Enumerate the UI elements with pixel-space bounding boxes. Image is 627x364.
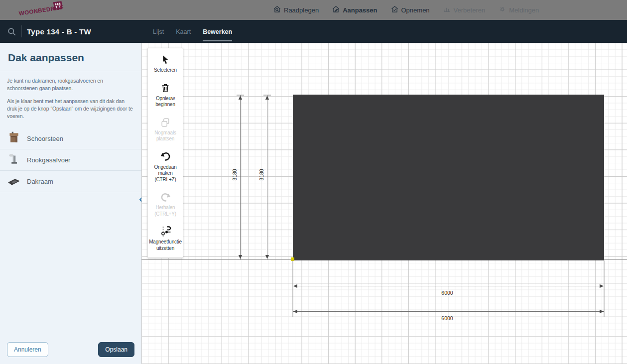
gear-icon xyxy=(498,5,506,15)
sub-header: Type 134 - B - TW Lijst Kaart Bewerken xyxy=(0,20,627,43)
nav-item-aanpassen[interactable]: Aanpassen xyxy=(332,5,377,15)
tool-restart[interactable]: Opnieuw beginnen xyxy=(148,78,183,113)
view-tabs: Lijst Kaart Bewerken xyxy=(153,20,232,43)
tool-toggle-snap[interactable]: Magneetfunctie uitzetten xyxy=(148,222,183,256)
tool-place-again[interactable]: Nogmaals plaatsen xyxy=(148,113,183,147)
bar-chart-icon xyxy=(443,5,451,15)
logo-text: WOONBEDRIJF xyxy=(18,4,64,16)
flue-pipe-image xyxy=(7,153,21,167)
search-icon[interactable] xyxy=(7,27,16,36)
tab-bewerken[interactable]: Bewerken xyxy=(203,21,232,41)
save-hint-paragraph: Als je klaar bent met het aanpassen van … xyxy=(0,92,141,120)
tool-label: Ongedaan maken (CTRL+Z) xyxy=(149,164,182,183)
redo-icon xyxy=(149,191,182,203)
tool-label: Selecteren xyxy=(149,67,182,74)
dimension-label-height-2: 3180 xyxy=(258,169,264,181)
dimension-vertical-1 xyxy=(237,95,244,259)
page-title: Dak aanpassen xyxy=(0,43,141,71)
tool-label: Magneetfunctie uitzetten xyxy=(149,239,182,251)
dimension-horizontal-1 xyxy=(293,284,604,288)
corner-snap-marker xyxy=(291,257,294,261)
nav-label: Meldingen xyxy=(509,6,539,14)
list-item-schoorsteen[interactable]: Schoorsteen xyxy=(0,127,141,149)
nav-item-opnemen[interactable]: Opnemen xyxy=(390,5,430,15)
woonbedrijf-logo[interactable]: WOONBEDRIJF xyxy=(19,1,79,20)
divider xyxy=(21,25,22,37)
tool-label: Herhalen (CTRL+Y) xyxy=(149,205,182,217)
tool-label: Opnieuw beginnen xyxy=(149,96,182,108)
house-search-icon xyxy=(273,5,281,15)
dimension-vertical-2 xyxy=(263,95,271,259)
roof-drawing: 3180 3180 6000 6000 xyxy=(141,43,627,364)
list-item-rookgasafvoer[interactable]: Rookgasafvoer xyxy=(0,149,141,171)
tab-lijst[interactable]: Lijst xyxy=(153,21,164,41)
nav-item-verbeteren[interactable]: Verbeteren xyxy=(443,5,486,15)
dimension-label-height-1: 3180 xyxy=(232,169,238,181)
roof-surface[interactable] xyxy=(293,95,604,260)
top-bar: WOONBEDRIJF Raadplegen Aanpassen xyxy=(0,0,627,20)
tool-redo[interactable]: Herhalen (CTRL+Y) xyxy=(148,187,183,222)
intro-paragraph: Je kunt nu dakramen, rookgasafvoeren en … xyxy=(0,71,141,92)
list-item-dakraam[interactable]: Dakraam xyxy=(0,171,141,192)
chimney-image xyxy=(7,131,21,145)
list-item-label: Schoorsteen xyxy=(27,135,63,142)
object-title: Type 134 - B - TW xyxy=(27,27,91,36)
trash-icon xyxy=(149,82,182,94)
tool-select[interactable]: Selecteren xyxy=(148,50,183,78)
nav-label: Opnemen xyxy=(401,6,430,14)
undo-icon xyxy=(149,151,182,163)
nav-item-meldingen[interactable]: Meldingen xyxy=(498,5,539,15)
main-nav: Raadplegen Aanpassen Opnemen xyxy=(273,0,539,20)
house-check-icon xyxy=(390,5,399,15)
nav-label: Aanpassen xyxy=(343,6,377,14)
roof-editor-canvas[interactable]: 3180 3180 6000 6000 xyxy=(141,43,627,364)
roof-window-image xyxy=(7,174,21,188)
cancel-button[interactable]: Annuleren xyxy=(7,342,48,357)
save-button[interactable]: Opslaan xyxy=(98,342,134,357)
tool-palette: Selecteren Opnieuw beginnen Nogmaals pla… xyxy=(147,48,183,258)
sidebar: Dak aanpassen Je kunt nu dakramen, rookg… xyxy=(0,43,141,364)
nav-item-raadplegen[interactable]: Raadplegen xyxy=(273,5,319,15)
cursor-icon xyxy=(149,54,182,66)
dimension-label-width-2: 6000 xyxy=(441,315,453,321)
list-item-label: Rookgasafvoer xyxy=(27,156,70,164)
placeable-items-list: Schoorsteen Rookgasafvoer Dakraam xyxy=(0,127,141,192)
tool-undo[interactable]: Ongedaan maken (CTRL+Z) xyxy=(148,147,183,188)
dimension-label-width-1: 6000 xyxy=(441,290,453,296)
house-pencil-icon xyxy=(332,5,340,15)
tab-kaart[interactable]: Kaart xyxy=(176,21,191,41)
list-item-label: Dakraam xyxy=(27,178,53,185)
magnet-snap-icon xyxy=(149,226,182,238)
tool-label: Nogmaals plaatsen xyxy=(149,130,182,142)
nav-label: Raadplegen xyxy=(284,6,319,14)
dimension-horizontal-2 xyxy=(293,310,604,313)
nav-label: Verbeteren xyxy=(454,6,486,14)
copy-icon xyxy=(149,117,182,128)
